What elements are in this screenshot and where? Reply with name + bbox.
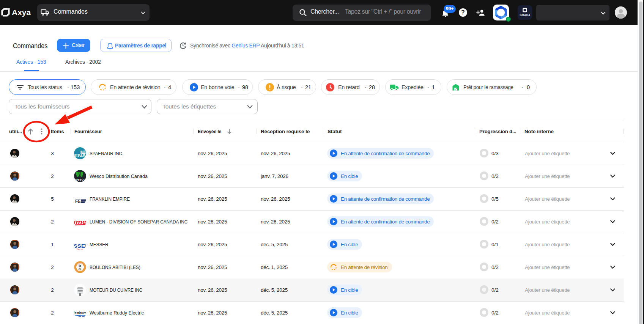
svg-text:wesco: wesco [74, 177, 86, 181]
svg-text:•|Gaz·ind: •|Gaz·ind [76, 249, 83, 250]
svg-text:GRAD4: GRAD4 [520, 13, 530, 17]
svg-text:/estburn: /estburn [74, 311, 86, 315]
svg-text:SSEI: SSEI [74, 243, 86, 249]
svg-text:ENA: ENA [74, 153, 86, 158]
svg-text:ime: ime [74, 219, 86, 225]
svg-text:a: a [79, 267, 81, 271]
